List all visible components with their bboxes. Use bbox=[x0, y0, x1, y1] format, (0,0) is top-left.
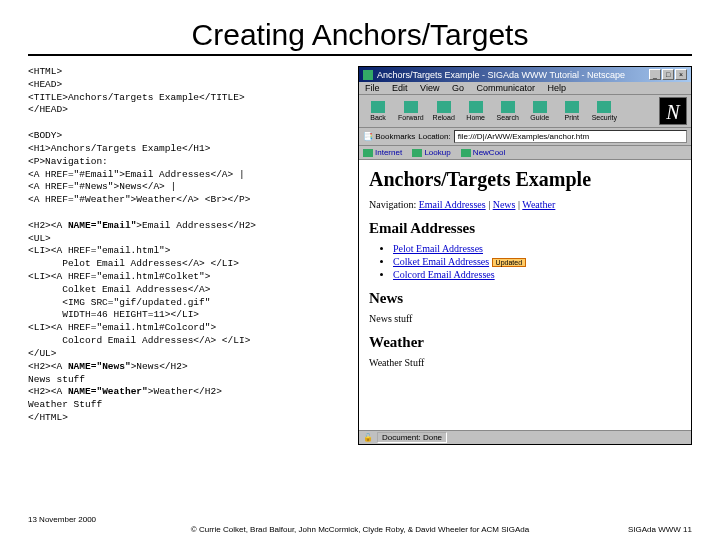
print-button[interactable]: Print bbox=[557, 100, 587, 122]
forward-icon bbox=[404, 101, 418, 113]
quicklinks-bar: Internet Lookup NewCool bbox=[359, 146, 691, 160]
close-button[interactable]: × bbox=[675, 69, 687, 80]
status-bar: 🔓 Document: Done bbox=[359, 430, 691, 444]
back-button[interactable]: Back bbox=[363, 100, 393, 122]
source-code-block: <HTML> <HEAD> <TITLE>Anchors/Targets Exa… bbox=[28, 66, 348, 445]
location-label: Location: bbox=[418, 132, 450, 141]
window-titlebar: Anchors/Targets Example - SIGAda WWW Tut… bbox=[359, 67, 691, 82]
list-item: Colket Email Addresses Updated bbox=[393, 256, 681, 267]
updated-badge-icon: Updated bbox=[492, 258, 526, 267]
reload-button[interactable]: Reload bbox=[429, 100, 459, 122]
security-icon bbox=[597, 101, 611, 113]
section-weather-heading: Weather bbox=[369, 334, 681, 351]
toolbar: Back Forward Reload Home Search Guide Pr… bbox=[359, 95, 691, 128]
back-icon bbox=[371, 101, 385, 113]
quicklink-lookup[interactable]: Lookup bbox=[412, 148, 450, 157]
menu-communicator[interactable]: Communicator bbox=[476, 83, 535, 93]
guide-button[interactable]: Guide bbox=[525, 100, 555, 122]
guide-icon bbox=[533, 101, 547, 113]
window-title: Anchors/Targets Example - SIGAda WWW Tut… bbox=[377, 70, 625, 80]
rendered-page: Anchors/Targets Example Navigation: Emai… bbox=[359, 160, 691, 430]
quicklink-newcool[interactable]: NewCool bbox=[461, 148, 505, 157]
link-colket[interactable]: Colket Email Addresses bbox=[393, 256, 489, 267]
footer-pageref: SIGAda WWW 11 bbox=[628, 525, 692, 534]
netscape-logo-icon: N bbox=[659, 97, 687, 125]
quicklink-internet[interactable]: Internet bbox=[363, 148, 402, 157]
nav-link-news[interactable]: News bbox=[493, 199, 516, 210]
page-nav: Navigation: Email Addresses | News | Wea… bbox=[369, 199, 681, 210]
link-pelot[interactable]: Pelot Email Addresses bbox=[393, 243, 483, 254]
forward-button[interactable]: Forward bbox=[395, 100, 427, 122]
menu-edit[interactable]: Edit bbox=[392, 83, 408, 93]
search-button[interactable]: Search bbox=[493, 100, 523, 122]
location-input[interactable]: file:///D|/ArWW/Examples/anchor.htm bbox=[454, 130, 687, 143]
list-item: Pelot Email Addresses bbox=[393, 243, 681, 254]
section-email-heading: Email Addresses bbox=[369, 220, 681, 237]
weather-body: Weather Stuff bbox=[369, 357, 681, 368]
menu-view[interactable]: View bbox=[420, 83, 439, 93]
status-text: Document: Done bbox=[377, 432, 447, 443]
link-colcord[interactable]: Colcord Email Addresses bbox=[393, 269, 495, 280]
nav-link-weather[interactable]: Weather bbox=[522, 199, 555, 210]
print-icon bbox=[565, 101, 579, 113]
menu-file[interactable]: File bbox=[365, 83, 380, 93]
slide-title: Creating Anchors/Targets bbox=[28, 0, 692, 56]
footer-date: 13 November 2000 bbox=[28, 515, 96, 524]
minimize-button[interactable]: _ bbox=[649, 69, 661, 80]
menu-help[interactable]: Help bbox=[548, 83, 567, 93]
browser-mock: Anchors/Targets Example - SIGAda WWW Tut… bbox=[358, 66, 692, 445]
maximize-button[interactable]: □ bbox=[662, 69, 674, 80]
menubar: File Edit View Go Communicator Help bbox=[359, 82, 691, 95]
news-body: News stuff bbox=[369, 313, 681, 324]
nav-link-email[interactable]: Email Addresses bbox=[419, 199, 486, 210]
security-button[interactable]: Security bbox=[589, 100, 620, 122]
location-bar: 📑 Bookmarks Location: file:///D|/ArWW/Ex… bbox=[359, 128, 691, 146]
bookmarks-button[interactable]: 📑 Bookmarks bbox=[363, 132, 415, 141]
slide-footer: 13 November 2000 © Currie Colket, Brad B… bbox=[0, 525, 720, 534]
page-heading: Anchors/Targets Example bbox=[369, 168, 681, 191]
reload-icon bbox=[437, 101, 451, 113]
home-button[interactable]: Home bbox=[461, 100, 491, 122]
email-list: Pelot Email Addresses Colket Email Addre… bbox=[393, 243, 681, 280]
status-lock-icon: 🔓 bbox=[363, 433, 373, 442]
search-icon bbox=[501, 101, 515, 113]
footer-copyright: © Currie Colket, Brad Balfour, John McCo… bbox=[0, 525, 720, 534]
section-news-heading: News bbox=[369, 290, 681, 307]
home-icon bbox=[469, 101, 483, 113]
list-item: Colcord Email Addresses bbox=[393, 269, 681, 280]
menu-go[interactable]: Go bbox=[452, 83, 464, 93]
app-icon bbox=[363, 70, 373, 80]
